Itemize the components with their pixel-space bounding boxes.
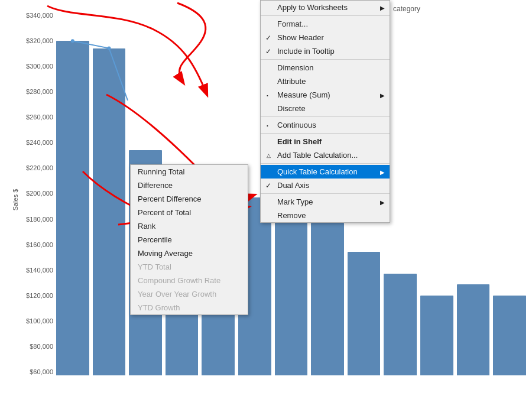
menu-item-label: Remove [277, 211, 306, 220]
submenu-arrow-icon: ▶ [380, 199, 385, 205]
chart-bar [311, 223, 344, 375]
menu-item-label: Continuous [277, 121, 316, 129]
menu-separator [261, 59, 390, 60]
menu-item-label: Add Table Calculation... [277, 151, 358, 160]
y-tick: $80,000 [18, 343, 53, 350]
context-menu: Apply to Worksheets▶Format...✓Show Heade… [260, 0, 390, 223]
submenu-item-ytd-total: YTD Total [131, 260, 248, 274]
y-tick: $180,000 [18, 216, 53, 223]
submenu-item-label: Percent of Total [138, 208, 191, 217]
y-axis-ticks: $340,000$320,000$300,000$280,000$260,000… [18, 12, 53, 375]
chart-bar [275, 208, 308, 375]
submenu-item-difference[interactable]: Difference [131, 179, 248, 192]
y-tick: $140,000 [18, 267, 53, 274]
y-tick: $200,000 [18, 190, 53, 197]
submenu-item-year-over-year-growth: Year Over Year Growth [131, 287, 248, 301]
submenu-arrow-icon: ▶ [380, 168, 385, 175]
chart-bar [493, 296, 526, 375]
menu-separator [261, 163, 390, 164]
menu-item-format[interactable]: Format... [261, 17, 390, 31]
y-tick: $280,000 [18, 88, 53, 95]
chart-bar [420, 296, 453, 375]
y-tick: $100,000 [18, 317, 53, 325]
submenu-item-ytd-growth: YTD Growth [131, 301, 248, 314]
y-tick: $300,000 [18, 63, 53, 70]
y-tick: $240,000 [18, 139, 53, 146]
menu-item-edit-in-shelf[interactable]: Edit in Shelf [261, 135, 390, 148]
menu-item-mark-type[interactable]: Mark Type▶ [261, 195, 390, 209]
menu-item-continuous[interactable]: •Continuous [261, 118, 390, 132]
menu-item-label: Format... [277, 20, 308, 28]
menu-item-label: Show Header [277, 33, 324, 42]
submenu-item-percent-of-total[interactable]: Percent of Total [131, 206, 248, 219]
y-tick: $60,000 [18, 368, 53, 375]
submenu-item-percentile[interactable]: Percentile [131, 233, 248, 246]
submenu-item-label: YTD Total [138, 262, 171, 271]
menu-separator [261, 193, 390, 194]
menu-item-show-header[interactable]: ✓Show Header [261, 31, 390, 44]
y-tick: $340,000 [18, 12, 53, 19]
y-tick: $220,000 [18, 164, 53, 171]
menu-item-label: Include in Tooltip [277, 47, 335, 56]
menu-item-label: Discrete [277, 104, 306, 113]
menu-item-dual-axis[interactable]: ✓Dual Axis [261, 179, 390, 192]
chart-bar [56, 41, 89, 375]
menu-item-add-table-calc[interactable]: △Add Table Calculation... [261, 148, 390, 162]
submenu-item-label: Percent Difference [138, 194, 201, 203]
submenu-item-percent-difference[interactable]: Percent Difference [131, 192, 248, 206]
menu-item-apply-to-worksheets[interactable]: Apply to Worksheets▶ [261, 1, 390, 14]
chart-bar [457, 284, 490, 375]
submenu-item-moving-average[interactable]: Moving Average [131, 246, 248, 260]
submenu-item-running-total[interactable]: Running Total [131, 165, 248, 179]
menu-separator [261, 133, 390, 134]
menu-item-label: Measure (Sum) [277, 90, 330, 99]
category-label: category [393, 5, 420, 13]
submenu-item-label: Difference [138, 181, 173, 190]
submenu-item-label: Rank [138, 222, 155, 231]
submenu-item-compound-growth-rate: Compound Growth Rate [131, 274, 248, 287]
chart-bar [384, 274, 417, 375]
menu-item-dimension[interactable]: Dimension [261, 61, 390, 74]
submenu-item-label: Running Total [138, 167, 184, 176]
menu-separator [261, 15, 390, 16]
submenu-item-label: Percentile [138, 235, 172, 244]
submenu-item-label: YTD Growth [138, 303, 180, 312]
chart-bar [93, 48, 126, 376]
submenu-arrow-icon: ▶ [380, 92, 385, 98]
menu-item-label: Dimension [277, 63, 313, 72]
menu-item-measure-sum[interactable]: •Measure (Sum)▶ [261, 88, 390, 102]
submenu-item-label: Compound Growth Rate [138, 276, 220, 285]
y-tick: $320,000 [18, 37, 53, 44]
submenu-item-label: Year Over Year Growth [138, 290, 216, 299]
menu-item-remove[interactable]: Remove [261, 209, 390, 222]
y-tick: $120,000 [18, 292, 53, 299]
menu-item-label: Apply to Worksheets [277, 3, 348, 12]
menu-item-label: Dual Axis [277, 181, 309, 190]
menu-separator [261, 116, 390, 117]
submenu-quick-table-calculation: Running TotalDifferencePercent Differenc… [130, 164, 248, 315]
submenu-arrow-icon: ▶ [380, 4, 385, 11]
menu-item-label: Quick Table Calculation [277, 167, 358, 176]
menu-item-label: Edit in Shelf [277, 137, 322, 146]
y-tick: $160,000 [18, 241, 53, 248]
menu-item-label: Mark Type [277, 197, 313, 206]
submenu-item-label: Moving Average [138, 249, 193, 258]
chart-bar [348, 252, 381, 375]
menu-item-quick-table-calc[interactable]: Quick Table Calculation▶ [261, 165, 390, 179]
y-tick: $260,000 [18, 113, 53, 121]
menu-item-include-in-tooltip[interactable]: ✓Include in Tooltip [261, 44, 390, 58]
menu-item-discrete[interactable]: Discrete [261, 102, 390, 115]
submenu-item-rank[interactable]: Rank [131, 219, 248, 233]
menu-item-attribute[interactable]: Attribute [261, 74, 390, 88]
menu-item-label: Attribute [277, 77, 306, 86]
